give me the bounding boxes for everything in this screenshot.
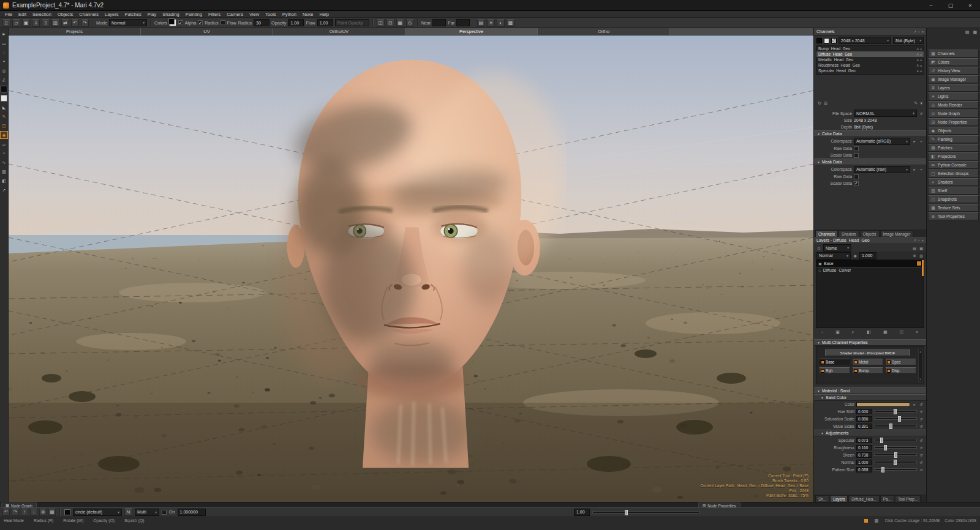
mirror-y-icon[interactable]: ⊟	[386, 19, 394, 27]
slider-handle[interactable]	[889, 424, 892, 429]
flow-checkbox[interactable]	[221, 20, 225, 25]
marquee-select-tool[interactable]: ▭	[1, 40, 7, 47]
layer-amount-field[interactable]: 1.000	[859, 252, 876, 259]
shader-channel-spec[interactable]: Spec	[885, 359, 916, 365]
paste-icon[interactable]: ⇄	[61, 19, 69, 27]
undo-stroke-icon[interactable]: ↶	[2, 509, 10, 516]
palette-button-colors[interactable]: ◩Colors	[928, 58, 979, 66]
menu-selection[interactable]: Selection	[29, 12, 55, 17]
palette-button-patches[interactable]: ▤Patches	[928, 144, 979, 152]
palette-button-channels[interactable]: ▦Channels	[928, 50, 979, 58]
menu-edit[interactable]: Edit	[15, 12, 29, 17]
menu-view[interactable]: View	[246, 12, 262, 17]
import-icon[interactable]: ⇩	[32, 19, 40, 27]
copy-icon[interactable]: ▥	[51, 19, 59, 27]
menu-channels[interactable]: Channels	[76, 12, 102, 17]
channel-menu-icon[interactable]: ≡	[920, 58, 922, 62]
channel-row[interactable]: Bump_Head_GeoA≡	[816, 46, 924, 51]
clear-icon[interactable]: ×	[919, 140, 924, 143]
add-group-icon[interactable]: ▣	[834, 330, 841, 335]
screenshot-icon[interactable]: ▤	[477, 19, 485, 27]
shader-model-banner[interactable]: Shader Model - Principled BRDF	[825, 349, 910, 356]
clear-icon[interactable]: ×	[919, 168, 924, 171]
lasso-select-tool[interactable]: ◌	[1, 49, 7, 56]
slider-reset-icon[interactable]: ↺	[919, 417, 924, 421]
blend-mode-dropdown[interactable]: Normal▾	[816, 252, 851, 259]
menu-tools[interactable]: Tools	[262, 12, 279, 17]
menu-play[interactable]: Play	[145, 12, 160, 17]
panel-tab-layers[interactable]: Layers	[830, 495, 848, 502]
slider-handle[interactable]	[894, 409, 897, 414]
slider-track[interactable]	[874, 468, 917, 471]
slider-reset-icon[interactable]: ↺	[919, 468, 924, 472]
channel-depth-dropdown[interactable]: 8bit (Byte)▾	[893, 37, 924, 44]
expand-icon[interactable]: ▸	[912, 402, 917, 406]
mcp-scrollbar[interactable]: ▲▼	[918, 349, 922, 382]
wireframe-icon[interactable]: ▩	[507, 19, 514, 27]
foreground-color-swatch[interactable]	[1, 86, 7, 92]
slider-handle[interactable]	[625, 510, 628, 515]
slider-track[interactable]	[874, 461, 917, 463]
remove-layer-icon[interactable]: ×	[914, 330, 919, 334]
paint-through-tool[interactable]: ◫	[1, 122, 7, 129]
slider-track[interactable]	[874, 425, 917, 427]
new-project-icon[interactable]: ▯	[2, 19, 10, 27]
layer-row[interactable]: ◇Diffuse_Colver	[816, 267, 924, 274]
color-scalar-data-checkbox[interactable]	[854, 153, 859, 158]
mask-raw-data-checkbox[interactable]	[854, 174, 859, 179]
layer-row[interactable]: ▣Base	[816, 260, 924, 267]
close-palette-icon[interactable]: ×	[921, 239, 924, 242]
quick-channel-black-swatch[interactable]	[816, 38, 822, 43]
bake-down-icon[interactable]: ↓	[30, 509, 37, 516]
slider-reset-icon[interactable]: ↺	[919, 446, 924, 450]
palette-button-layers[interactable]: ≣Layers	[928, 84, 979, 92]
viewport-tab-ortho-uv[interactable]: Ortho/UV	[273, 28, 405, 35]
add-adjustment-layer-icon[interactable]: ◐	[851, 330, 856, 334]
palette-button-objects[interactable]: ◆Objects	[928, 127, 979, 135]
panel-tab-pa-[interactable]: Pa...	[880, 495, 894, 502]
paint-color-swatch[interactable]	[64, 509, 70, 515]
shader-channel-metal[interactable]: Metal	[852, 359, 883, 365]
slider-track[interactable]	[874, 453, 917, 456]
maximize-button[interactable]: ▢	[941, 0, 960, 10]
reset-icon[interactable]: ↺	[919, 402, 924, 406]
collapse-palette-icon[interactable]: ▫	[918, 239, 919, 242]
measure-tool[interactable]: ∠	[1, 77, 7, 83]
palette-button-image-manager[interactable]: ▣Image Manager	[928, 75, 979, 83]
slider-track[interactable]	[874, 410, 917, 412]
channel-menu-icon[interactable]: ≡	[920, 53, 922, 56]
symmetry-icon[interactable]: ◇	[406, 19, 414, 27]
layer-options-icon[interactable]: ≣	[912, 253, 917, 258]
color-data-section-header[interactable]: ▼Color Data	[814, 130, 926, 137]
collapse-palette-icon[interactable]: ▫	[918, 30, 919, 34]
float-palette-icon[interactable]: ↗	[913, 238, 916, 242]
color-raw-data-checkbox[interactable]	[854, 146, 859, 151]
paint-blend-dropdown[interactable]: Multi▾	[135, 509, 159, 516]
viewport[interactable]: ProjectsUVOrtho/UVPerspectiveOrtho	[9, 28, 813, 502]
channel-menu-icon[interactable]: ≡	[920, 64, 922, 67]
panel-tab-tool-prop-[interactable]: Tool Prop...	[895, 495, 921, 502]
edit-channel-icon[interactable]: ✎	[913, 101, 919, 105]
palette-menu-icon[interactable]: ▤	[964, 30, 971, 35]
paint-value-field[interactable]: 1.000000	[178, 509, 206, 516]
slider-value[interactable]: 1.000	[856, 460, 872, 465]
menu-painting[interactable]: Painting	[183, 12, 205, 17]
menu-shading[interactable]: Shading	[159, 12, 183, 17]
dock-config-icon[interactable]: ▦	[971, 30, 978, 35]
slider-handle[interactable]	[894, 460, 897, 465]
palette-tab-image-manager[interactable]: Image Manager	[880, 230, 914, 237]
redo-stroke-icon[interactable]: ↷	[12, 509, 19, 516]
undo-icon[interactable]: ↶	[71, 19, 79, 27]
slider-reset-icon[interactable]: ↺	[919, 453, 924, 457]
normal-map-toggle[interactable]: N	[124, 508, 132, 516]
slider-value[interactable]: 0.886	[856, 416, 872, 422]
smudge-tool[interactable]: ∿	[1, 159, 7, 166]
adjustments-section-header[interactable]: ▼Adjustments	[814, 430, 926, 436]
clone-stamp-tool[interactable]: ◉	[1, 132, 7, 138]
save-project-icon[interactable]: ▣	[22, 19, 30, 27]
channel-menu-icon[interactable]: ≡	[920, 69, 922, 73]
panel-tab-diffuse-hea-[interactable]: Diffuse_Hea...	[848, 495, 879, 502]
paint-on-checkbox[interactable]	[162, 510, 167, 515]
layer-filter-dropdown[interactable]: Name▾	[823, 244, 851, 252]
channel-menu-icon[interactable]: ≡	[920, 47, 922, 51]
